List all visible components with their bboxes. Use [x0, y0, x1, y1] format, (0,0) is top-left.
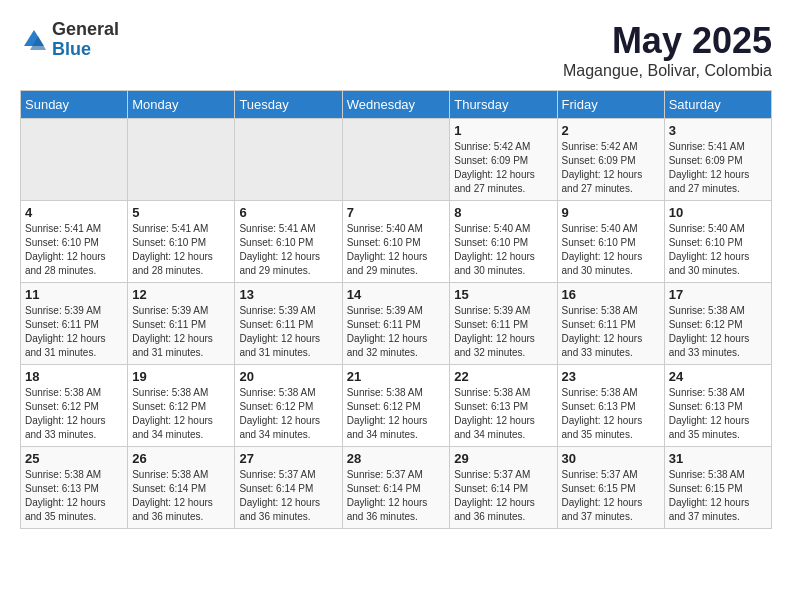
day-number: 30 — [562, 451, 660, 466]
day-number: 27 — [239, 451, 337, 466]
calendar-cell — [342, 119, 450, 201]
day-info: Sunrise: 5:37 AM Sunset: 6:14 PM Dayligh… — [239, 468, 337, 524]
sub-title: Magangue, Bolivar, Colombia — [563, 62, 772, 80]
calendar-cell — [128, 119, 235, 201]
day-number: 10 — [669, 205, 767, 220]
calendar-week-row: 4Sunrise: 5:41 AM Sunset: 6:10 PM Daylig… — [21, 201, 772, 283]
calendar-cell: 24Sunrise: 5:38 AM Sunset: 6:13 PM Dayli… — [664, 365, 771, 447]
day-number: 20 — [239, 369, 337, 384]
day-info: Sunrise: 5:38 AM Sunset: 6:12 PM Dayligh… — [25, 386, 123, 442]
calendar-cell: 3Sunrise: 5:41 AM Sunset: 6:09 PM Daylig… — [664, 119, 771, 201]
calendar-cell: 2Sunrise: 5:42 AM Sunset: 6:09 PM Daylig… — [557, 119, 664, 201]
day-number: 13 — [239, 287, 337, 302]
day-info: Sunrise: 5:37 AM Sunset: 6:14 PM Dayligh… — [347, 468, 446, 524]
calendar-cell: 21Sunrise: 5:38 AM Sunset: 6:12 PM Dayli… — [342, 365, 450, 447]
day-info: Sunrise: 5:40 AM Sunset: 6:10 PM Dayligh… — [669, 222, 767, 278]
calendar-cell: 19Sunrise: 5:38 AM Sunset: 6:12 PM Dayli… — [128, 365, 235, 447]
calendar-cell: 17Sunrise: 5:38 AM Sunset: 6:12 PM Dayli… — [664, 283, 771, 365]
calendar-cell: 10Sunrise: 5:40 AM Sunset: 6:10 PM Dayli… — [664, 201, 771, 283]
day-number: 23 — [562, 369, 660, 384]
calendar-cell: 12Sunrise: 5:39 AM Sunset: 6:11 PM Dayli… — [128, 283, 235, 365]
logo-blue-text: Blue — [52, 40, 119, 60]
day-number: 1 — [454, 123, 552, 138]
day-number: 19 — [132, 369, 230, 384]
main-title: May 2025 — [563, 20, 772, 62]
day-info: Sunrise: 5:40 AM Sunset: 6:10 PM Dayligh… — [347, 222, 446, 278]
calendar-body: 1Sunrise: 5:42 AM Sunset: 6:09 PM Daylig… — [21, 119, 772, 529]
calendar-cell: 20Sunrise: 5:38 AM Sunset: 6:12 PM Dayli… — [235, 365, 342, 447]
logo: General Blue — [20, 20, 119, 60]
weekday-header: Thursday — [450, 91, 557, 119]
calendar-cell: 15Sunrise: 5:39 AM Sunset: 6:11 PM Dayli… — [450, 283, 557, 365]
day-number: 29 — [454, 451, 552, 466]
day-number: 24 — [669, 369, 767, 384]
weekday-header: Saturday — [664, 91, 771, 119]
day-info: Sunrise: 5:39 AM Sunset: 6:11 PM Dayligh… — [239, 304, 337, 360]
day-info: Sunrise: 5:39 AM Sunset: 6:11 PM Dayligh… — [25, 304, 123, 360]
day-number: 9 — [562, 205, 660, 220]
day-info: Sunrise: 5:40 AM Sunset: 6:10 PM Dayligh… — [454, 222, 552, 278]
weekday-header: Sunday — [21, 91, 128, 119]
day-info: Sunrise: 5:38 AM Sunset: 6:13 PM Dayligh… — [25, 468, 123, 524]
calendar-cell: 27Sunrise: 5:37 AM Sunset: 6:14 PM Dayli… — [235, 447, 342, 529]
day-info: Sunrise: 5:39 AM Sunset: 6:11 PM Dayligh… — [347, 304, 446, 360]
day-info: Sunrise: 5:38 AM Sunset: 6:12 PM Dayligh… — [347, 386, 446, 442]
day-info: Sunrise: 5:37 AM Sunset: 6:14 PM Dayligh… — [454, 468, 552, 524]
weekday-header: Wednesday — [342, 91, 450, 119]
day-info: Sunrise: 5:38 AM Sunset: 6:15 PM Dayligh… — [669, 468, 767, 524]
calendar-header-row: SundayMondayTuesdayWednesdayThursdayFrid… — [21, 91, 772, 119]
day-number: 21 — [347, 369, 446, 384]
day-info: Sunrise: 5:39 AM Sunset: 6:11 PM Dayligh… — [132, 304, 230, 360]
calendar-cell: 31Sunrise: 5:38 AM Sunset: 6:15 PM Dayli… — [664, 447, 771, 529]
calendar-cell: 22Sunrise: 5:38 AM Sunset: 6:13 PM Dayli… — [450, 365, 557, 447]
weekday-header: Monday — [128, 91, 235, 119]
day-info: Sunrise: 5:41 AM Sunset: 6:10 PM Dayligh… — [132, 222, 230, 278]
day-info: Sunrise: 5:38 AM Sunset: 6:12 PM Dayligh… — [669, 304, 767, 360]
day-number: 6 — [239, 205, 337, 220]
calendar-cell: 29Sunrise: 5:37 AM Sunset: 6:14 PM Dayli… — [450, 447, 557, 529]
day-number: 16 — [562, 287, 660, 302]
day-number: 31 — [669, 451, 767, 466]
day-number: 11 — [25, 287, 123, 302]
calendar-cell: 18Sunrise: 5:38 AM Sunset: 6:12 PM Dayli… — [21, 365, 128, 447]
day-number: 12 — [132, 287, 230, 302]
day-number: 14 — [347, 287, 446, 302]
day-info: Sunrise: 5:38 AM Sunset: 6:12 PM Dayligh… — [132, 386, 230, 442]
day-number: 4 — [25, 205, 123, 220]
day-number: 28 — [347, 451, 446, 466]
calendar-week-row: 25Sunrise: 5:38 AM Sunset: 6:13 PM Dayli… — [21, 447, 772, 529]
calendar-week-row: 18Sunrise: 5:38 AM Sunset: 6:12 PM Dayli… — [21, 365, 772, 447]
day-info: Sunrise: 5:41 AM Sunset: 6:10 PM Dayligh… — [239, 222, 337, 278]
calendar-table: SundayMondayTuesdayWednesdayThursdayFrid… — [20, 90, 772, 529]
day-info: Sunrise: 5:37 AM Sunset: 6:15 PM Dayligh… — [562, 468, 660, 524]
day-number: 3 — [669, 123, 767, 138]
day-number: 5 — [132, 205, 230, 220]
title-block: May 2025 Magangue, Bolivar, Colombia — [563, 20, 772, 80]
day-info: Sunrise: 5:38 AM Sunset: 6:13 PM Dayligh… — [454, 386, 552, 442]
day-info: Sunrise: 5:38 AM Sunset: 6:13 PM Dayligh… — [562, 386, 660, 442]
day-info: Sunrise: 5:41 AM Sunset: 6:10 PM Dayligh… — [25, 222, 123, 278]
day-number: 18 — [25, 369, 123, 384]
calendar-week-row: 1Sunrise: 5:42 AM Sunset: 6:09 PM Daylig… — [21, 119, 772, 201]
day-info: Sunrise: 5:41 AM Sunset: 6:09 PM Dayligh… — [669, 140, 767, 196]
day-info: Sunrise: 5:42 AM Sunset: 6:09 PM Dayligh… — [562, 140, 660, 196]
day-number: 2 — [562, 123, 660, 138]
day-number: 17 — [669, 287, 767, 302]
calendar-cell: 30Sunrise: 5:37 AM Sunset: 6:15 PM Dayli… — [557, 447, 664, 529]
calendar-cell: 25Sunrise: 5:38 AM Sunset: 6:13 PM Dayli… — [21, 447, 128, 529]
calendar-cell: 7Sunrise: 5:40 AM Sunset: 6:10 PM Daylig… — [342, 201, 450, 283]
calendar-cell: 5Sunrise: 5:41 AM Sunset: 6:10 PM Daylig… — [128, 201, 235, 283]
logo-icon — [20, 26, 48, 54]
day-number: 22 — [454, 369, 552, 384]
weekday-header: Tuesday — [235, 91, 342, 119]
calendar-cell: 6Sunrise: 5:41 AM Sunset: 6:10 PM Daylig… — [235, 201, 342, 283]
day-info: Sunrise: 5:40 AM Sunset: 6:10 PM Dayligh… — [562, 222, 660, 278]
calendar-cell: 11Sunrise: 5:39 AM Sunset: 6:11 PM Dayli… — [21, 283, 128, 365]
calendar-cell: 28Sunrise: 5:37 AM Sunset: 6:14 PM Dayli… — [342, 447, 450, 529]
day-info: Sunrise: 5:39 AM Sunset: 6:11 PM Dayligh… — [454, 304, 552, 360]
day-info: Sunrise: 5:38 AM Sunset: 6:14 PM Dayligh… — [132, 468, 230, 524]
calendar-week-row: 11Sunrise: 5:39 AM Sunset: 6:11 PM Dayli… — [21, 283, 772, 365]
calendar-cell: 23Sunrise: 5:38 AM Sunset: 6:13 PM Dayli… — [557, 365, 664, 447]
day-info: Sunrise: 5:42 AM Sunset: 6:09 PM Dayligh… — [454, 140, 552, 196]
calendar-cell — [21, 119, 128, 201]
